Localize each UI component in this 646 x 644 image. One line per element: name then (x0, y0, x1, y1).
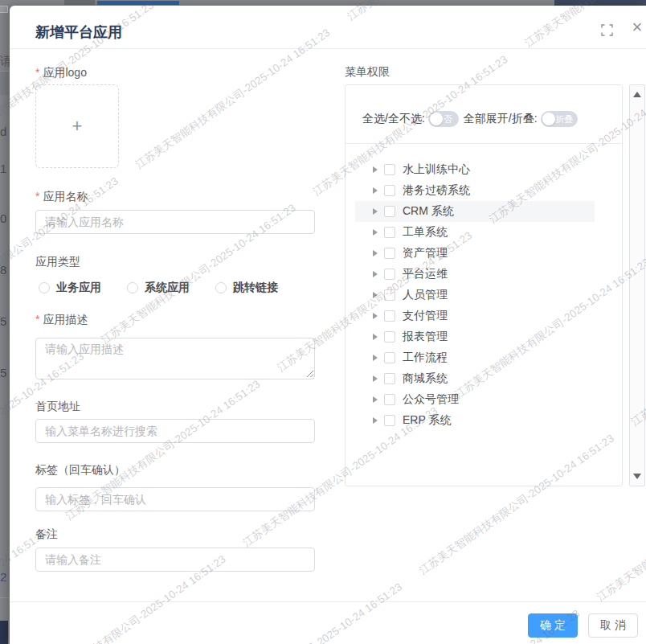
tree-checkbox[interactable] (384, 331, 395, 343)
background-pagination-fragment (0, 621, 8, 644)
expand-collapse-toggle[interactable]: 折叠 (541, 111, 578, 127)
background-text-fragment: 5 (0, 366, 10, 379)
tree-item-label: 公众号管理 (403, 392, 459, 407)
background-table-header-fragment (0, 72, 10, 95)
tree-checkbox[interactable] (384, 227, 395, 238)
tree-item[interactable]: 公众号管理 (355, 389, 595, 410)
tags-input[interactable] (35, 487, 315, 511)
tree-checkbox[interactable] (384, 289, 395, 301)
cancel-button[interactable]: 取 消 (588, 613, 638, 638)
tree-item[interactable]: 报表管理 (355, 326, 595, 347)
select-all-label: 全选/全不选: (362, 112, 425, 126)
expand-caret-icon[interactable] (373, 292, 378, 298)
expand-caret-icon[interactable] (373, 375, 378, 382)
expand-caret-icon[interactable] (373, 166, 378, 173)
expand-caret-icon[interactable] (373, 250, 378, 256)
app-name-input[interactable] (35, 210, 315, 234)
scroll-down-arrow-icon[interactable] (633, 474, 641, 479)
tree-item[interactable]: 人员管理 (355, 285, 595, 306)
tree-checkbox[interactable] (384, 164, 395, 175)
expand-caret-icon[interactable] (373, 271, 378, 277)
background-page-top-strip (0, 0, 646, 6)
expand-caret-icon[interactable] (373, 208, 378, 215)
toggle-knob (542, 113, 555, 125)
background-text-fragment: 2 (0, 570, 10, 584)
background-text-fragment: 1 (0, 162, 10, 175)
panel-divider (345, 143, 622, 144)
panel-scrollbar[interactable] (629, 84, 645, 486)
tree-item[interactable]: ERP 系统 (355, 410, 595, 431)
tree-item-label: 工作流程 (403, 351, 448, 365)
footer-divider (10, 601, 646, 602)
plus-icon: + (72, 116, 83, 137)
expand-caret-icon[interactable] (373, 417, 378, 424)
expand-caret-icon[interactable] (373, 229, 378, 236)
tree-item-label: 商城系统 (403, 371, 448, 386)
close-icon[interactable]: × (628, 17, 646, 38)
tree-item[interactable]: 港务过磅系统 (355, 180, 595, 201)
background-active-tab-underline (97, 1, 179, 5)
tree-checkbox[interactable] (384, 394, 395, 405)
tree-item[interactable]: 工作流程 (355, 347, 595, 368)
background-text-fragment: d (0, 125, 10, 138)
menu-permission-tree: 水上训练中心 港务过磅系统 CRM 系统 工单系统 资产管理 平台运维 人员管理… (345, 159, 622, 431)
app-desc-label: 应用描述 (35, 311, 88, 327)
background-divider-fragment (0, 597, 10, 598)
expand-collapse-label: 全部展开/折叠: (464, 112, 538, 126)
background-input-fragment (0, 6, 8, 13)
tree-item-label: 水上训练中心 (403, 162, 470, 177)
tree-checkbox[interactable] (384, 269, 395, 280)
home-url-label: 首页地址 (35, 398, 80, 414)
expand-caret-icon[interactable] (373, 355, 378, 361)
home-url-input[interactable] (35, 419, 315, 443)
toggle-knob (430, 113, 443, 125)
tree-checkbox[interactable] (384, 185, 395, 196)
confirm-button[interactable]: 确 定 (528, 613, 578, 638)
tree-checkbox[interactable] (384, 248, 395, 259)
radio-circle-icon[interactable] (39, 282, 50, 293)
radio-circle-icon[interactable] (215, 282, 227, 293)
tree-checkbox[interactable] (384, 206, 395, 217)
menu-permission-label: 菜单权限 (345, 64, 390, 80)
tree-item-label: 报表管理 (403, 330, 448, 344)
tree-item[interactable]: 资产管理 (355, 243, 595, 264)
tree-item[interactable]: 商城系统 (355, 368, 595, 389)
tree-checkbox[interactable] (384, 310, 395, 322)
tree-item-label: 工单系统 (403, 225, 448, 240)
background-header-segment (64, 0, 95, 5)
remark-input[interactable] (35, 548, 315, 572)
logo-upload-button[interactable]: + (35, 84, 119, 168)
dialog-title: 新增平台应用 (35, 23, 122, 42)
radio-business-app[interactable]: 业务应用 (39, 281, 101, 295)
background-text-fragment: 8 (0, 263, 10, 277)
tags-label: 标签（回车确认） (35, 461, 125, 478)
expand-caret-icon[interactable] (373, 187, 378, 194)
radio-circle-icon[interactable] (127, 282, 138, 293)
select-all-toggle[interactable]: 否 (428, 111, 459, 127)
tree-item[interactable]: 支付管理 (355, 306, 595, 326)
tree-item[interactable]: 工单系统 (355, 222, 595, 243)
tree-item[interactable]: 水上训练中心 (355, 159, 595, 180)
tree-item-label: 支付管理 (403, 309, 448, 323)
tree-item-label: 资产管理 (403, 246, 448, 260)
tree-item-label: 港务过磅系统 (403, 183, 470, 198)
app-desc-textarea[interactable] (35, 338, 315, 379)
tree-item[interactable]: 平台运维 (355, 264, 595, 285)
tree-controls-row: 全选/全不选: 否 全部展开/折叠: 折叠 (362, 110, 583, 128)
expand-caret-icon[interactable] (373, 396, 378, 403)
tree-item[interactable]: CRM 系统 (355, 201, 595, 222)
radio-jump-link[interactable]: 跳转链接 (215, 281, 278, 295)
expand-caret-icon[interactable] (373, 313, 378, 319)
app-type-radio-group: 业务应用 系统应用 跳转链接 (39, 280, 278, 296)
app-name-label: 应用名称 (35, 188, 88, 204)
expand-caret-icon[interactable] (373, 334, 378, 340)
app-type-label: 应用类型 (35, 253, 80, 269)
tree-checkbox[interactable] (384, 352, 395, 363)
fullscreen-icon[interactable] (601, 24, 613, 36)
scroll-up-arrow-icon[interactable] (633, 92, 641, 97)
tree-checkbox[interactable] (384, 373, 395, 384)
tree-item-label: 平台运维 (403, 267, 448, 281)
background-text-fragment: 请 (0, 54, 10, 69)
tree-checkbox[interactable] (384, 415, 395, 426)
radio-system-app[interactable]: 系统应用 (127, 281, 190, 295)
